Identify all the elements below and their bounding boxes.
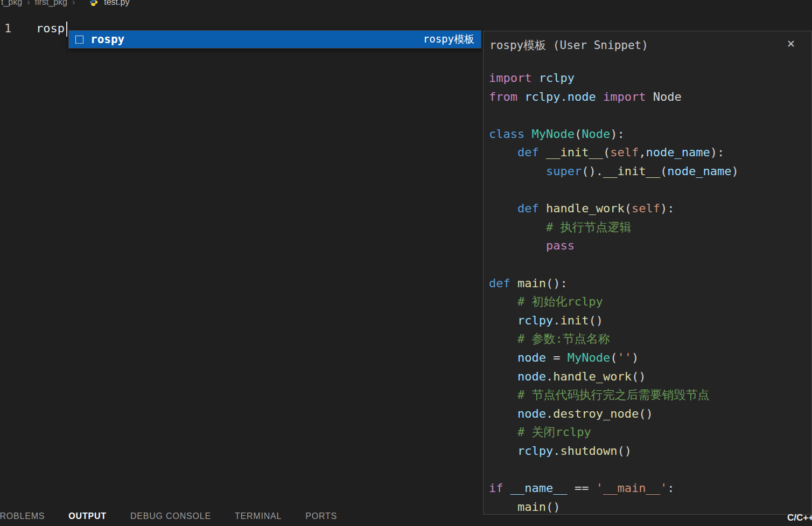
breadcrumb-item-file[interactable]: test.py xyxy=(104,0,129,7)
tab-output[interactable]: OUTPUT xyxy=(68,511,107,521)
snippet-icon xyxy=(75,36,83,44)
python-icon xyxy=(89,0,98,6)
tab-problems[interactable]: PROBLEMS xyxy=(0,511,45,521)
code-line: rclpy.shutdown() xyxy=(489,442,811,461)
code-line: class MyNode(Node): xyxy=(489,125,811,144)
close-icon[interactable]: ✕ xyxy=(782,37,804,51)
breadcrumb-item-package[interactable]: t_pkg xyxy=(1,0,22,7)
editor-area[interactable]: 1 rosp xyxy=(0,9,483,507)
editor-text: rosp xyxy=(36,22,65,35)
code-line: from rclpy.node import Node xyxy=(489,88,811,107)
code-line: super().__init__(node_name) xyxy=(489,162,811,181)
code-line xyxy=(489,255,811,274)
suggest-widget: rospy rospy模板 xyxy=(68,30,481,49)
text-cursor xyxy=(66,22,67,37)
tab-terminal[interactable]: TERMINAL xyxy=(235,511,282,521)
code-line: node = MyNode('') xyxy=(489,349,811,368)
suggest-item-detail: rospy模板 xyxy=(423,32,474,46)
code-line: def __init__(self,node_name): xyxy=(489,143,811,162)
code-line: node.handle_work() xyxy=(489,368,811,386)
snippet-code: import rclpyfrom rclpy.node import Node … xyxy=(484,69,811,515)
code-line: import rclpy xyxy=(489,69,811,88)
code-line xyxy=(489,181,811,200)
code-line xyxy=(489,460,811,479)
code-line: def main(): xyxy=(489,274,811,293)
suggest-item-label: rospy xyxy=(90,33,124,46)
code-line: def handle_work(self): xyxy=(489,199,811,218)
panel-tabs: PROBLEMS OUTPUT DEBUG CONSOLE TERMINAL P… xyxy=(0,507,483,526)
code-line: # 节点代码执行完之后需要销毁节点 xyxy=(489,386,811,405)
code-line: pass xyxy=(489,237,811,255)
code-line: # 参数:节点名称 xyxy=(489,330,811,349)
code-line xyxy=(489,106,811,125)
code-line: if __name__ == '__main__': xyxy=(489,479,811,498)
code-line: # 关闭rclpy xyxy=(489,423,811,442)
breadcrumb-item-folder[interactable]: first_pkg xyxy=(34,0,67,7)
breadcrumb: t_pkg › first_pkg › test.py xyxy=(1,0,129,9)
tab-debug-console[interactable]: DEBUG CONSOLE xyxy=(130,511,211,521)
code-line: node.destroy_node() xyxy=(489,405,811,424)
chevron-right-icon: › xyxy=(27,0,30,7)
chevron-right-icon: › xyxy=(72,0,75,7)
code-line: main() xyxy=(489,498,811,515)
code-line: # 执行节点逻辑 xyxy=(489,218,811,237)
line-number: 1 xyxy=(4,22,11,35)
suggest-docs-panel: rospy模板 (User Snippet) ✕ import rclpyfro… xyxy=(483,31,812,515)
language-mode-indicator[interactable]: C/C++ xyxy=(787,513,812,523)
tab-ports[interactable]: PORTS xyxy=(305,511,337,521)
doc-header: rospy模板 (User Snippet) ✕ xyxy=(484,31,811,53)
suggest-item-rospy[interactable]: rospy rospy模板 xyxy=(69,31,481,48)
doc-title: rospy模板 (User Snippet) xyxy=(489,37,648,53)
code-line: # 初始化rclpy xyxy=(489,293,811,312)
code-line: rclpy.init() xyxy=(489,312,811,330)
